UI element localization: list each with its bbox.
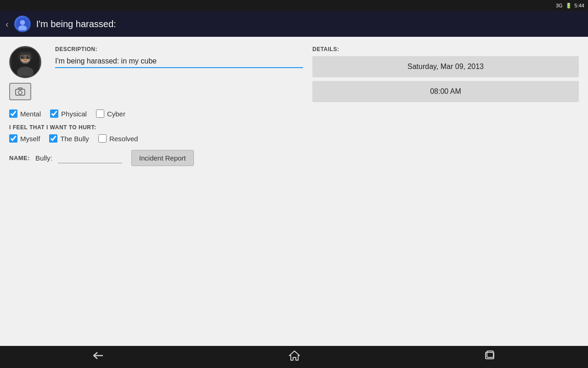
cyber-label: Cyber [107, 110, 125, 118]
bully-name-input[interactable] [58, 153, 122, 163]
name-label: NAME: [9, 155, 30, 161]
date-picker[interactable]: Saturday, Mar 09, 2013 [312, 56, 579, 77]
svg-rect-15 [18, 88, 22, 89]
right-panel: DETAILS: Saturday, Mar 09, 2013 08:00 AM [312, 46, 579, 102]
back-nav-button[interactable] [83, 347, 114, 367]
left-panel [9, 46, 46, 100]
description-label: DESCRIPTION: [55, 46, 303, 52]
bully-field-label: Bully: [35, 154, 52, 162]
myself-checkbox-item: Myself [9, 134, 40, 143]
harassment-type-section: Mental Physical Cyber [9, 109, 579, 118]
svg-point-1 [20, 20, 25, 25]
myself-checkbox[interactable] [9, 134, 17, 143]
resolved-label: Resolved [109, 135, 138, 143]
avatar [9, 46, 41, 78]
hurt-checkboxes: Myself The Bully Resolved [9, 134, 579, 143]
details-label: DETAILS: [312, 46, 579, 52]
center-panel: DESCRIPTION: [55, 46, 303, 68]
physical-checkbox-item: Physical [50, 109, 87, 118]
page-title: I'm being harassed: [36, 19, 116, 29]
title-bar: ‹ I'm being harassed: [0, 11, 588, 37]
back-button[interactable]: ‹ [6, 19, 9, 29]
name-section: NAME: Bully: Incident Report [9, 150, 579, 166]
cyber-checkbox[interactable] [96, 109, 104, 118]
cyber-checkbox-item: Cyber [96, 109, 125, 118]
app-logo [14, 16, 31, 32]
nav-bar [0, 346, 588, 368]
time-picker[interactable]: 08:00 AM [312, 81, 579, 102]
top-section: DESCRIPTION: DETAILS: Saturday, Mar 09, … [9, 46, 579, 102]
home-nav-button[interactable] [279, 346, 310, 368]
physical-label: Physical [61, 110, 87, 118]
svg-point-14 [18, 91, 22, 94]
signal-indicator: 3G [556, 3, 563, 8]
mental-label: Mental [20, 110, 41, 118]
mental-checkbox[interactable] [9, 109, 17, 118]
incident-report-button[interactable]: Incident Report [131, 150, 194, 166]
status-bar: 3G 🔋 5:44 [0, 0, 588, 11]
the-bully-checkbox-item: The Bully [49, 134, 89, 143]
resolved-checkbox[interactable] [98, 134, 107, 143]
hurt-section: I FEEL THAT I WANT TO HURT: Myself The B… [9, 124, 579, 143]
svg-marker-17 [289, 351, 300, 360]
physical-checkbox[interactable] [50, 109, 58, 118]
camera-button[interactable] [9, 83, 31, 100]
mental-checkbox-item: Mental [9, 109, 41, 118]
hurt-label: I FEEL THAT I WANT TO HURT: [9, 124, 579, 131]
time-display: 5:44 [575, 3, 584, 8]
description-input[interactable] [55, 55, 303, 68]
the-bully-checkbox[interactable] [49, 134, 57, 143]
myself-label: Myself [20, 135, 40, 143]
main-content: DESCRIPTION: DETAILS: Saturday, Mar 09, … [0, 37, 588, 346]
recent-nav-button[interactable] [475, 347, 505, 367]
svg-rect-12 [18, 53, 33, 59]
battery-icon: 🔋 [565, 3, 572, 9]
resolved-checkbox-item: Resolved [98, 134, 138, 143]
the-bully-label: The Bully [60, 135, 89, 143]
